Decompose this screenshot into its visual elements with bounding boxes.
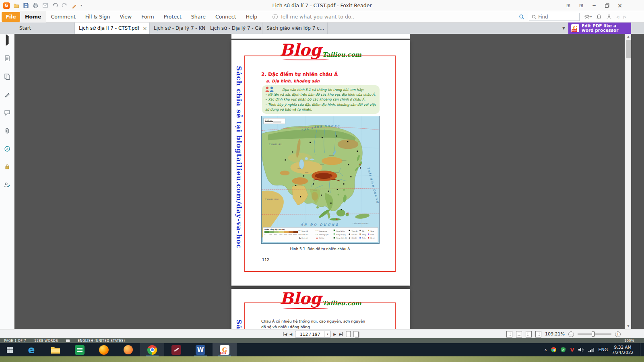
taskbar-firefox[interactable] (92, 343, 116, 356)
doc-tab-4[interactable]: Sách giáo viên lớp 7 c... (262, 23, 328, 34)
email-button[interactable] (42, 3, 48, 8)
clock-date: 7/24/2022 (612, 350, 634, 355)
first-page-button[interactable]: ◀ (283, 332, 287, 336)
keyboard-language[interactable]: ENG (598, 347, 608, 352)
expand-panel-icon[interactable] (6, 36, 8, 44)
tray-v-icon[interactable]: V (570, 347, 574, 353)
bell-icon[interactable] (596, 14, 602, 20)
undo-button[interactable] (52, 2, 58, 8)
open-file-button[interactable] (13, 2, 19, 8)
comments-panel-icon[interactable] (4, 109, 11, 118)
connected-pdf-icon[interactable]: e (4, 145, 11, 154)
tab-view[interactable]: View (115, 11, 136, 23)
taskbar-file-explorer[interactable] (43, 343, 68, 356)
restore-button[interactable] (601, 0, 613, 11)
tell-me-search[interactable]: Tell me what you want to do.. (272, 14, 354, 20)
redo-button[interactable] (62, 2, 68, 8)
scroll-up-arrow[interactable]: ▲ (625, 34, 632, 39)
single-page-view-icon[interactable] (346, 331, 351, 337)
tab-connect[interactable]: Connect (211, 11, 241, 23)
tray-chrome-icon[interactable] (551, 347, 556, 352)
tab-fill-sign[interactable]: Fill & Sign (80, 11, 115, 23)
rotate-view-icon[interactable] (535, 331, 541, 337)
security-lock-icon[interactable] (4, 163, 11, 172)
actual-size-icon[interactable] (526, 331, 532, 337)
taskbar-foxit[interactable]: GPDF (213, 343, 237, 356)
history-forward-icon[interactable]: ▷ (623, 15, 626, 19)
page-thumbnails-icon[interactable] (4, 55, 11, 64)
facing-page-view-icon[interactable] (353, 331, 358, 337)
minimize-button[interactable]: ─ (588, 0, 601, 11)
svg-text:Sông, hồ: Sông, hồ (301, 230, 308, 232)
edit-pdf-banner[interactable]: GPDF Edit PDF like a word processor (568, 23, 631, 34)
zoom-slider-thumb[interactable] (592, 331, 594, 337)
last-page-button[interactable]: ▶ (339, 332, 343, 336)
document-tab-bar: Start Lịch sử địa lí 7 - CTST.pdf × Lịch… (0, 23, 644, 34)
svg-text:500: 500 (274, 234, 277, 236)
tray-chevron-icon[interactable]: ∧ (544, 348, 547, 352)
svg-text:3000: 3000 (289, 234, 292, 236)
print-button[interactable] (33, 2, 39, 8)
volume-icon[interactable] (578, 347, 584, 352)
tab-list-dropdown-icon[interactable]: ▼ (562, 23, 565, 34)
bookmarks-icon[interactable] (4, 73, 11, 82)
page-dropdown-caret[interactable]: ▾ (324, 331, 330, 337)
word-zoom: 100% (624, 339, 640, 343)
doc-tab-active[interactable]: Lịch sử địa lí 7 - CTST.pdf × (75, 23, 150, 34)
digital-signature-icon[interactable] (4, 181, 11, 190)
windows-logo-icon (7, 347, 13, 353)
taskbar-app-green[interactable] (68, 343, 92, 356)
svg-text:Dầu mỏ: Dầu mỏ (351, 234, 357, 236)
scroll-down-arrow[interactable]: ▼ (625, 323, 632, 329)
save-button[interactable] (23, 2, 29, 8)
previous-page-button[interactable]: ◀ (289, 332, 292, 336)
tab-home[interactable]: Home (20, 11, 46, 23)
pdf-page-112: BlogTailieu.com Sách chia sẻ tại blogtai… (231, 40, 410, 286)
pdf-icon: GPDF (571, 24, 579, 32)
taskbar-edge[interactable]: e (19, 343, 43, 356)
start-button[interactable] (0, 343, 19, 356)
doc-tab-label: Sách giáo viên lớp 7 c... (266, 25, 324, 31)
tab-form[interactable]: Form (136, 11, 159, 23)
tab-help[interactable]: Help (241, 11, 262, 23)
zoom-out-button[interactable]: − (568, 331, 574, 337)
fit-page-icon[interactable] (506, 331, 512, 337)
doc-tab-3[interactable]: Lịch sử - Địa lý 7 - Cá... (206, 23, 262, 34)
show-desktop-button[interactable] (640, 343, 642, 356)
user-icon[interactable] (606, 14, 612, 20)
tab-protect[interactable]: Protect (159, 11, 186, 23)
taskbar-clock[interactable]: 9:32 AM 7/24/2022 (612, 345, 634, 355)
zoom-in-button[interactable]: + (615, 331, 621, 337)
history-back-icon[interactable]: ◁ (616, 15, 619, 19)
zoom-slider[interactable] (578, 333, 611, 335)
doc-tab-start[interactable]: Start (15, 23, 75, 34)
close-button[interactable]: × (613, 0, 626, 11)
foxit-pdf-icon: GPDF (220, 345, 229, 355)
network-icon[interactable] (588, 348, 594, 352)
layout-grid-icon[interactable]: ⊞ (562, 0, 575, 11)
document-view[interactable]: BlogTailieu.com Sách chia sẻ tại blogtai… (14, 34, 644, 329)
taskbar-chrome[interactable] (140, 343, 164, 356)
attachments-icon[interactable] (4, 127, 11, 136)
annotate-pen-icon[interactable] (4, 91, 11, 100)
doc-tab-2[interactable]: Lịch sử - Địa lý 7 - KN... (150, 23, 206, 34)
tab-share[interactable]: Share (186, 11, 211, 23)
taskbar-app-orange[interactable] (116, 343, 140, 356)
taskbar-word[interactable]: W (188, 343, 213, 356)
scrollbar-thumb[interactable] (626, 40, 631, 58)
layout-grid-icon-2[interactable]: ⊞ (575, 0, 588, 11)
fit-width-icon[interactable] (516, 331, 522, 337)
foxit-logo-icon: G (3, 2, 10, 9)
tab-comment[interactable]: Comment (46, 11, 80, 23)
customize-toolbar-caret[interactable]: ▾ (80, 4, 82, 7)
format-brush-button[interactable] (71, 3, 77, 8)
vertical-scrollbar[interactable]: ▲ ▼ (625, 34, 631, 329)
next-page-button[interactable]: ▶ (333, 332, 336, 336)
find-input[interactable] (538, 14, 575, 20)
file-menu-button[interactable]: File (2, 12, 20, 22)
tray-shield-icon[interactable] (560, 347, 566, 353)
settings-gear-icon[interactable]: ▾ (584, 14, 592, 20)
tab-close-icon[interactable]: × (139, 25, 147, 31)
page-number-input[interactable] (295, 332, 324, 337)
taskbar-app-darkred[interactable] (164, 343, 188, 356)
